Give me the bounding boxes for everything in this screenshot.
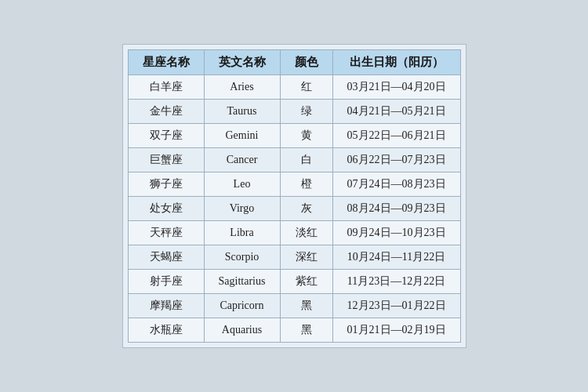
header-chinese-name: 星座名称 (128, 50, 204, 75)
cell-date: 01月21日—02月19日 (332, 318, 460, 343)
cell-english-name: Sagittarius (204, 270, 280, 294)
header-date: 出生日期（阳历） (332, 50, 460, 75)
cell-chinese-name: 天蝎座 (128, 245, 204, 270)
table-row: 天蝎座Scorpio深红10月24日—11月22日 (128, 245, 460, 270)
cell-chinese-name: 射手座 (128, 270, 204, 294)
cell-english-name: Gemini (204, 124, 280, 148)
cell-english-name: Aquarius (204, 318, 280, 343)
cell-color: 白 (280, 148, 332, 172)
cell-chinese-name: 巨蟹座 (128, 148, 204, 172)
cell-color: 深红 (280, 245, 332, 270)
table-row: 双子座Gemini黄05月22日—06月21日 (128, 124, 460, 148)
table-row: 巨蟹座Cancer白06月22日—07月23日 (128, 148, 460, 172)
cell-date: 09月24日—10月23日 (332, 221, 460, 245)
cell-english-name: Leo (204, 172, 280, 197)
cell-color: 黑 (280, 294, 332, 318)
header-color: 颜色 (280, 50, 332, 75)
cell-chinese-name: 金牛座 (128, 100, 204, 124)
cell-chinese-name: 狮子座 (128, 172, 204, 197)
cell-chinese-name: 天秤座 (128, 221, 204, 245)
cell-english-name: Libra (204, 221, 280, 245)
table-header-row: 星座名称 英文名称 颜色 出生日期（阳历） (128, 50, 460, 75)
zodiac-table-container: 星座名称 英文名称 颜色 出生日期（阳历） 白羊座Aries红03月21日—04… (122, 44, 466, 348)
table-row: 摩羯座Capricorn黑12月23日—01月22日 (128, 294, 460, 318)
cell-date: 06月22日—07月23日 (332, 148, 460, 172)
cell-color: 绿 (280, 100, 332, 124)
cell-english-name: Scorpio (204, 245, 280, 270)
cell-english-name: Capricorn (204, 294, 280, 318)
cell-date: 03月21日—04月20日 (332, 75, 460, 100)
cell-english-name: Taurus (204, 100, 280, 124)
table-row: 天秤座Libra淡红09月24日—10月23日 (128, 221, 460, 245)
cell-color: 淡红 (280, 221, 332, 245)
header-english-name: 英文名称 (204, 50, 280, 75)
cell-english-name: Aries (204, 75, 280, 100)
table-row: 射手座Sagittarius紫红11月23日—12月22日 (128, 270, 460, 294)
cell-date: 04月21日—05月21日 (332, 100, 460, 124)
cell-color: 黑 (280, 318, 332, 343)
cell-date: 12月23日—01月22日 (332, 294, 460, 318)
cell-chinese-name: 双子座 (128, 124, 204, 148)
table-row: 金牛座Taurus绿04月21日—05月21日 (128, 100, 460, 124)
cell-color: 紫红 (280, 270, 332, 294)
cell-chinese-name: 水瓶座 (128, 318, 204, 343)
table-row: 白羊座Aries红03月21日—04月20日 (128, 75, 460, 100)
table-row: 狮子座Leo橙07月24日—08月23日 (128, 172, 460, 197)
zodiac-table: 星座名称 英文名称 颜色 出生日期（阳历） 白羊座Aries红03月21日—04… (128, 49, 461, 343)
cell-color: 灰 (280, 197, 332, 221)
cell-date: 07月24日—08月23日 (332, 172, 460, 197)
cell-date: 08月24日—09月23日 (332, 197, 460, 221)
cell-date: 11月23日—12月22日 (332, 270, 460, 294)
cell-chinese-name: 白羊座 (128, 75, 204, 100)
cell-english-name: Cancer (204, 148, 280, 172)
cell-color: 黄 (280, 124, 332, 148)
table-body: 白羊座Aries红03月21日—04月20日金牛座Taurus绿04月21日—0… (128, 75, 460, 343)
cell-chinese-name: 处女座 (128, 197, 204, 221)
cell-color: 红 (280, 75, 332, 100)
cell-date: 05月22日—06月21日 (332, 124, 460, 148)
cell-date: 10月24日—11月22日 (332, 245, 460, 270)
cell-color: 橙 (280, 172, 332, 197)
cell-english-name: Virgo (204, 197, 280, 221)
table-row: 水瓶座Aquarius黑01月21日—02月19日 (128, 318, 460, 343)
table-row: 处女座Virgo灰08月24日—09月23日 (128, 197, 460, 221)
cell-chinese-name: 摩羯座 (128, 294, 204, 318)
